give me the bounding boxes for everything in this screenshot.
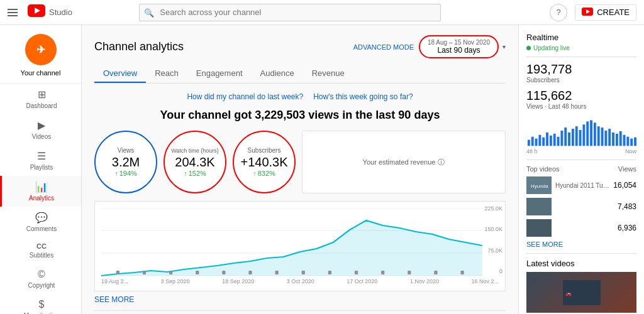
- question-btn-this-week[interactable]: How's this week going so far?: [313, 92, 413, 101]
- question-btn-last-week[interactable]: How did my channel do last week?: [187, 92, 303, 101]
- svg-rect-45: [601, 127, 604, 146]
- metric-card-subscribers[interactable]: Subscribers +140.3K 832%: [233, 131, 296, 193]
- sidebar-label-copyright: Copyright: [28, 282, 55, 289]
- metrics-row: Views 3.2M 194% Watch time (hours) 204.3…: [94, 131, 506, 193]
- analytics-tabs: Overview Reach Engagement Audience Reven…: [94, 65, 506, 84]
- top-video-row-2: 7,483: [526, 198, 636, 215]
- date-range-dates: 18 Aug – 15 Nov 2020: [428, 39, 490, 46]
- sidebar-item-playlists[interactable]: ☰ Playlists: [0, 145, 81, 176]
- create-label: CREATE: [597, 8, 630, 17]
- svg-rect-47: [608, 129, 611, 146]
- metric-label-watchtime: Watch time (hours): [171, 148, 219, 154]
- tab-engagement[interactable]: Engagement: [187, 65, 252, 83]
- metric-card-views[interactable]: Views 3.2M 194%: [94, 131, 157, 193]
- tab-audience[interactable]: Audience: [252, 65, 303, 83]
- topbar-right: ? CREATE: [550, 4, 636, 21]
- revenue-info-icon[interactable]: ⓘ: [438, 158, 445, 167]
- svg-rect-49: [616, 134, 618, 146]
- svg-rect-43: [594, 122, 596, 146]
- right-panel: Realtime Updating live 193,778 Subscribe…: [518, 25, 644, 314]
- svg-rect-26: [531, 137, 534, 146]
- svg-rect-46: [604, 131, 607, 146]
- date-dropdown-arrow[interactable]: ▾: [502, 43, 506, 50]
- svg-rect-15: [222, 271, 225, 274]
- sidebar-label-videos: Videos: [32, 133, 51, 140]
- top-video-views-1: 16,054: [613, 181, 636, 190]
- tab-reach[interactable]: Reach: [146, 65, 187, 83]
- svg-text:Hyundai: Hyundai: [531, 183, 548, 189]
- topbar: Studio 🔍 ? CREATE: [0, 0, 644, 25]
- channel-info: ✈ Your channel: [0, 25, 81, 84]
- sidebar-item-subtitles[interactable]: CC Subtitles: [0, 237, 81, 264]
- hamburger-menu[interactable]: [8, 9, 18, 16]
- realtime-live: Updating live: [526, 45, 636, 51]
- latest-video-thumb: 🚗: [526, 272, 636, 313]
- tab-revenue[interactable]: Revenue: [303, 65, 353, 83]
- chart-time-start: 48 h: [526, 148, 538, 154]
- comments-icon: 💬: [35, 212, 48, 224]
- svg-rect-41: [586, 121, 589, 146]
- svg-rect-17: [275, 271, 279, 274]
- sidebar-item-comments[interactable]: 💬 Comments: [0, 207, 81, 237]
- svg-text:✈: ✈: [36, 44, 45, 56]
- svg-rect-37: [572, 129, 574, 146]
- tab-overview[interactable]: Overview: [94, 65, 146, 83]
- metric-label-views: Views: [118, 147, 135, 154]
- sidebar-item-dashboard[interactable]: ⊞ Dashboard: [0, 84, 81, 114]
- logo-area: Studio: [8, 4, 72, 20]
- live-indicator: [526, 46, 531, 50]
- search-icon: 🔍: [144, 8, 154, 17]
- realtime-mini-chart: [526, 115, 636, 146]
- help-button[interactable]: ?: [550, 4, 567, 21]
- svg-rect-39: [579, 130, 582, 146]
- channel-name: Your channel: [21, 69, 61, 77]
- realtime-see-more[interactable]: SEE MORE: [526, 241, 636, 248]
- date-range-selector[interactable]: 18 Aug – 15 Nov 2020 Last 90 days: [419, 35, 499, 58]
- svg-rect-34: [560, 131, 563, 146]
- metric-value-views: 3.2M: [112, 155, 140, 170]
- svg-rect-54: [634, 138, 636, 146]
- content-inner: Channel analytics ADVANCED MODE 18 Aug –…: [82, 25, 518, 314]
- metric-card-watchtime[interactable]: Watch time (hours) 204.3K 152%: [164, 131, 226, 193]
- search-bar: 🔍: [139, 4, 441, 21]
- sidebar-item-analytics[interactable]: 📊 Analytics: [0, 176, 81, 207]
- dashboard-icon: ⊞: [38, 89, 46, 100]
- sidebar-label-playlists: Playlists: [30, 164, 53, 171]
- svg-rect-14: [196, 271, 199, 274]
- svg-rect-33: [557, 137, 560, 146]
- sidebar-item-monetisation[interactable]: $ Monetisation: [0, 294, 81, 314]
- metric-label-subscribers: Subscribers: [248, 147, 281, 154]
- chart-label-2: 3 Sep 2020: [161, 278, 190, 284]
- studio-label: Studio: [49, 8, 72, 17]
- svg-rect-32: [553, 134, 556, 146]
- metric-change-views: 194%: [114, 170, 137, 177]
- chart-label-7: 16 Nov 2...: [471, 278, 499, 284]
- sidebar-item-copyright[interactable]: © Copyright: [0, 264, 81, 294]
- top-video-thumb-1: Hyundai: [526, 176, 552, 194]
- svg-rect-31: [550, 136, 552, 146]
- search-input[interactable]: [139, 4, 441, 21]
- create-yt-icon: [582, 8, 593, 18]
- svg-rect-18: [302, 271, 305, 274]
- svg-rect-36: [568, 133, 570, 146]
- top-video-row-3: 6,936: [526, 219, 636, 237]
- avatar: ✈: [25, 34, 57, 65]
- views-headline: Your channel got 3,229,503 views in the …: [94, 109, 506, 122]
- svg-rect-30: [546, 133, 548, 146]
- date-range-wrapper: 18 Aug – 15 Nov 2020 Last 90 days ▾: [419, 35, 506, 58]
- sidebar-item-videos[interactable]: ▶ Videos: [0, 114, 81, 145]
- svg-rect-28: [538, 135, 541, 146]
- top-videos-label: Top videos: [526, 165, 560, 173]
- svg-rect-12: [143, 271, 146, 274]
- svg-rect-35: [564, 127, 567, 146]
- svg-rect-29: [542, 138, 545, 146]
- subscribers-count: 193,778: [526, 62, 636, 77]
- advanced-mode-link[interactable]: ADVANCED MODE: [353, 43, 414, 51]
- svg-rect-51: [623, 135, 626, 146]
- svg-text:🚗: 🚗: [565, 290, 572, 296]
- create-button[interactable]: CREATE: [575, 4, 636, 21]
- revenue-card: Your estimated revenue ⓘ: [302, 131, 506, 193]
- svg-rect-53: [630, 139, 633, 146]
- chart-area: 225.0K 150.0K 75.0K 0: [94, 201, 506, 291]
- see-more-button[interactable]: SEE MORE: [94, 295, 506, 304]
